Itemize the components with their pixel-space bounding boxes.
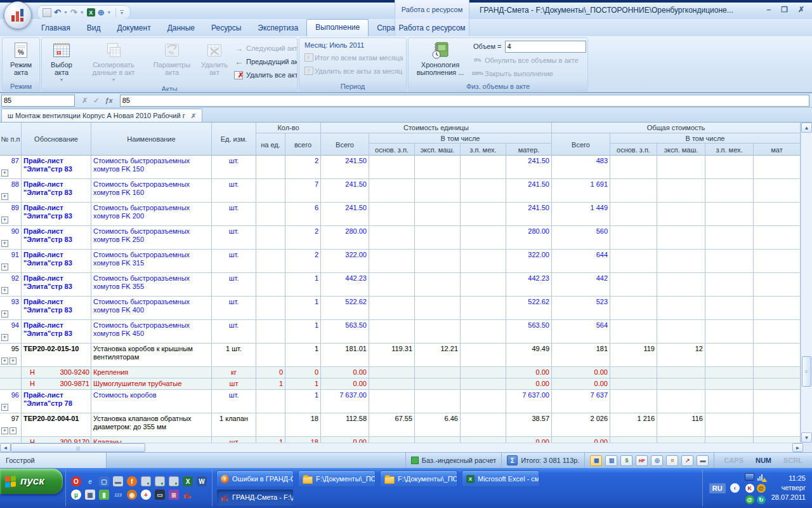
cell-unit[interactable]: шт.: [212, 203, 256, 225]
col-header-total[interactable]: Всего: [552, 133, 610, 156]
cell-num[interactable]: 95++: [0, 344, 22, 366]
cell-ue_zpm[interactable]: [461, 297, 506, 319]
cell-t_em[interactable]: [657, 297, 705, 319]
cell-ue_em[interactable]: [415, 179, 461, 202]
col-header-ozp2[interactable]: основ. з.п.: [610, 144, 657, 156]
expand-button[interactable]: +: [10, 427, 16, 434]
cell-qp[interactable]: 1: [256, 378, 285, 389]
cell-ue_zpm[interactable]: [461, 226, 506, 249]
cell-qt[interactable]: 1: [285, 390, 321, 413]
cell-num[interactable]: 97++: [0, 413, 22, 436]
cell-t[interactable]: 7 637: [552, 390, 610, 413]
vertical-scroll-track[interactable]: ≡: [801, 133, 812, 432]
expand-button[interactable]: +: [1, 311, 8, 318]
cell-t_em[interactable]: 116: [657, 413, 705, 436]
cell-ue_em[interactable]: [415, 390, 461, 413]
cell-qt[interactable]: 0: [285, 367, 321, 378]
cell-ue_em[interactable]: [415, 378, 461, 389]
expand-button[interactable]: +: [1, 334, 8, 341]
excel-export-icon[interactable]: X: [87, 8, 95, 17]
123-icon[interactable]: 123: [113, 490, 123, 500]
cell-ue_mat[interactable]: 563.50: [506, 320, 552, 343]
cell-ue[interactable]: 181.01: [321, 344, 369, 366]
cell-ue[interactable]: 280.00: [321, 226, 369, 249]
cell-t_em[interactable]: [657, 320, 705, 343]
cell-qp[interactable]: [256, 320, 285, 343]
col-header-unit-total[interactable]: Всего: [321, 133, 369, 156]
app-menu-button[interactable]: [4, 1, 32, 29]
cell-t_mat[interactable]: [754, 250, 801, 272]
expand-button[interactable]: +: [1, 240, 8, 247]
chevron-down-icon[interactable]: ▼: [80, 10, 84, 15]
cell-ue_ozp[interactable]: [369, 156, 415, 178]
col-header-mat[interactable]: матер.: [506, 144, 552, 156]
delete-month-acts-button[interactable]: 7 Удалить все акты за месяц: [301, 64, 405, 77]
start-button[interactable]: пуск: [0, 469, 63, 494]
cell-name[interactable]: Стоимость коробов: [91, 390, 212, 413]
cell-num[interactable]: [0, 378, 22, 389]
expand-button[interactable]: +: [1, 358, 8, 364]
tab-Вид[interactable]: Вид: [79, 20, 109, 36]
laptop-icon[interactable]: ▭: [155, 490, 165, 500]
qat-customize-icon[interactable]: ▼: [120, 10, 124, 15]
cell-t_mat[interactable]: [754, 179, 801, 202]
col-header-including2[interactable]: В том числе: [610, 133, 801, 144]
drive-icon-2[interactable]: [155, 476, 165, 486]
cell-num[interactable]: 88+: [0, 179, 22, 202]
cell-t_zpm[interactable]: [705, 367, 754, 378]
cell-ue_mat[interactable]: 0.00: [506, 367, 552, 378]
cell-t_zpm[interactable]: [705, 203, 754, 225]
cell-ue_zpm[interactable]: [461, 344, 506, 366]
cell-qt[interactable]: 7: [285, 179, 321, 202]
cell-ue_ozp[interactable]: [369, 179, 415, 202]
col-header-mat2[interactable]: мат: [754, 144, 801, 156]
cell-ue_em[interactable]: [415, 273, 461, 296]
undo-icon[interactable]: ↶: [54, 8, 61, 17]
cell-t_zpm[interactable]: [705, 297, 754, 319]
excel-icon[interactable]: X: [183, 476, 193, 486]
internet-explorer-icon[interactable]: e: [85, 476, 95, 486]
cell-unit[interactable]: шт.: [212, 320, 256, 343]
cell-qp[interactable]: [256, 156, 285, 178]
cell-qp[interactable]: [256, 203, 285, 225]
cell-t_mat[interactable]: [754, 320, 801, 343]
tray-collapse-icon[interactable]: ‹: [730, 483, 740, 493]
col-header-em[interactable]: эксп. маш.: [415, 144, 461, 156]
cell-ue_ozp[interactable]: 119.31: [369, 344, 415, 366]
status-icon-1[interactable]: ▦: [590, 455, 602, 466]
cell-name[interactable]: Стоимость быстроразъемных хомутов FK 150: [91, 156, 212, 178]
cell-t_ozp[interactable]: [610, 156, 657, 178]
cell-qt[interactable]: 2: [285, 250, 321, 272]
cell-ue_zpm[interactable]: [461, 273, 506, 296]
scroll-down-icon[interactable]: ▼: [801, 432, 812, 443]
cell-ue_mat[interactable]: 49.49: [506, 344, 552, 366]
cell-t_em[interactable]: [657, 250, 705, 272]
scroll-up-icon[interactable]: ▲: [801, 123, 812, 133]
tab-Данные[interactable]: Данные: [159, 20, 203, 36]
cell-qp[interactable]: [256, 250, 285, 272]
cell-ue_zpm[interactable]: [461, 250, 506, 272]
cell-num[interactable]: 96+: [0, 390, 22, 413]
close-button[interactable]: ✗: [798, 5, 804, 14]
cell-qp[interactable]: [256, 413, 285, 436]
cell-num[interactable]: 91+: [0, 250, 22, 272]
grand-smeta-icon[interactable]: [183, 490, 193, 500]
cell-qp[interactable]: [256, 179, 285, 202]
cell-num[interactable]: 93+: [0, 297, 22, 319]
cell-t_zpm[interactable]: [705, 250, 754, 272]
col-header-name[interactable]: Наименование: [91, 123, 212, 155]
cell-ue_ozp[interactable]: [369, 378, 415, 389]
cell-ue_ozp[interactable]: [369, 250, 415, 272]
cell-basis[interactable]: Прайс-лист "Элита"стр 83: [22, 179, 91, 202]
prev-act-button[interactable]: ← Предыдущий акт: [232, 55, 298, 69]
cell-t_ozp[interactable]: [610, 273, 657, 296]
sync-icon[interactable]: ↻: [757, 495, 766, 504]
cell-ue_mat[interactable]: 241.50: [506, 179, 552, 202]
vertical-scroll-thumb[interactable]: ≡: [802, 356, 811, 387]
col-header-em2[interactable]: эксп. маш.: [657, 144, 705, 156]
taskbar-window-excel[interactable]: XMicrosoft Excel - сме...: [462, 471, 539, 487]
cell-qt[interactable]: 6: [285, 203, 321, 225]
expand-button[interactable]: +: [1, 170, 8, 177]
cancel-entry-icon[interactable]: ✗: [82, 97, 88, 105]
cell-ue[interactable]: 241.50: [321, 179, 369, 202]
